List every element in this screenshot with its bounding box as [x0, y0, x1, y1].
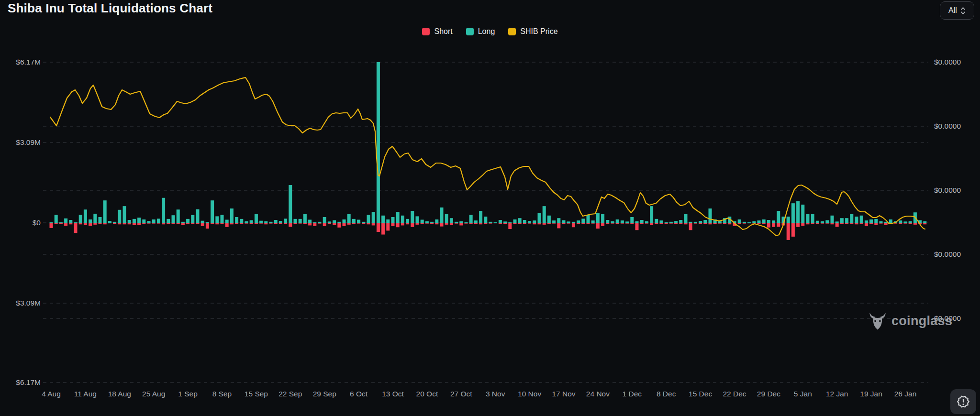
long-bar[interactable] [762, 219, 766, 223]
long-bar[interactable] [391, 217, 395, 223]
short-bar[interactable] [552, 223, 556, 224]
short-bar[interactable] [201, 223, 204, 226]
long-bar[interactable] [235, 217, 238, 223]
long-bar[interactable] [313, 222, 316, 223]
short-bar[interactable] [411, 223, 414, 227]
short-bar[interactable] [318, 223, 322, 224]
short-bar[interactable] [181, 223, 185, 225]
short-bar[interactable] [79, 223, 82, 224]
long-bar[interactable] [874, 219, 878, 223]
short-bar[interactable] [367, 223, 370, 224]
short-bar[interactable] [508, 223, 512, 229]
long-bar[interactable] [840, 218, 844, 223]
short-bar[interactable] [279, 223, 282, 224]
short-bar[interactable] [484, 223, 487, 224]
long-bar[interactable] [650, 206, 653, 223]
long-bar[interactable] [655, 219, 658, 223]
long-bar[interactable] [538, 213, 541, 223]
long-bar[interactable] [528, 221, 531, 223]
long-bar[interactable] [489, 222, 492, 223]
long-bar[interactable] [679, 220, 682, 223]
short-bar[interactable] [381, 223, 385, 235]
long-bar[interactable] [401, 216, 404, 223]
long-bar[interactable] [250, 220, 253, 223]
long-bar[interactable] [479, 211, 482, 223]
long-bar[interactable] [772, 220, 775, 223]
short-bar[interactable] [904, 223, 907, 224]
long-bar[interactable] [55, 215, 58, 223]
short-bar[interactable] [459, 223, 463, 225]
long-bar[interactable] [128, 220, 131, 223]
long-bar[interactable] [689, 222, 692, 223]
short-bar[interactable] [825, 223, 829, 224]
long-bar[interactable] [162, 198, 165, 223]
long-bar[interactable] [69, 220, 72, 223]
short-bar[interactable] [225, 223, 229, 227]
short-bar[interactable] [850, 223, 853, 224]
short-bar[interactable] [884, 223, 888, 225]
short-bar[interactable] [255, 223, 258, 224]
short-bar[interactable] [347, 223, 351, 225]
short-bar[interactable] [74, 223, 78, 233]
chart-settings-button[interactable] [950, 389, 976, 414]
short-bar[interactable] [747, 223, 751, 223]
short-bar[interactable] [191, 223, 194, 224]
short-bar[interactable] [284, 223, 287, 224]
short-bar[interactable] [796, 223, 800, 227]
long-bar[interactable] [386, 219, 390, 223]
long-bar[interactable] [596, 213, 600, 223]
long-bar[interactable] [142, 219, 145, 223]
short-bar[interactable] [880, 223, 883, 224]
short-bar[interactable] [538, 223, 541, 224]
long-bar[interactable] [684, 214, 688, 223]
short-bar[interactable] [186, 223, 189, 224]
long-bar[interactable] [499, 220, 502, 223]
long-bar[interactable] [347, 214, 351, 223]
short-bar[interactable] [811, 223, 814, 224]
long-bar[interactable] [137, 218, 141, 223]
short-bar[interactable] [762, 223, 766, 224]
long-bar[interactable] [581, 219, 585, 223]
short-bar[interactable] [69, 223, 72, 224]
short-bar[interactable] [416, 223, 419, 225]
short-bar[interactable] [123, 223, 126, 224]
long-bar[interactable] [860, 216, 863, 223]
long-bar[interactable] [118, 210, 121, 223]
long-bar[interactable] [801, 205, 804, 223]
short-bar[interactable] [211, 223, 214, 224]
short-bar[interactable] [528, 223, 531, 224]
long-bar[interactable] [152, 219, 156, 223]
liquidations-chart[interactable]: $6.17M$3.09M$0$3.09M$6.17M$0.0000$0.0000… [0, 0, 980, 416]
long-bar[interactable] [660, 220, 663, 223]
long-bar[interactable] [806, 214, 810, 223]
short-bar[interactable] [55, 223, 58, 224]
long-bar[interactable] [523, 220, 526, 223]
long-bar[interactable] [201, 221, 204, 223]
long-bar[interactable] [430, 222, 434, 223]
short-bar[interactable] [308, 223, 312, 225]
short-bar[interactable] [142, 223, 145, 224]
short-bar[interactable] [474, 223, 478, 224]
long-bar[interactable] [899, 220, 902, 223]
short-bar[interactable] [923, 223, 926, 224]
short-bar[interactable] [855, 223, 858, 224]
long-bar[interactable] [625, 221, 629, 223]
long-bar[interactable] [337, 222, 341, 223]
long-bar[interactable] [206, 222, 209, 223]
long-bar[interactable] [269, 222, 273, 223]
short-bar[interactable] [269, 223, 273, 224]
short-bar[interactable] [177, 223, 180, 224]
long-bar[interactable] [299, 219, 302, 223]
long-bar[interactable] [889, 219, 892, 223]
long-bar[interactable] [645, 221, 648, 223]
long-bar[interactable] [89, 219, 92, 223]
short-bar[interactable] [435, 223, 438, 224]
long-bar[interactable] [333, 220, 336, 223]
short-bar[interactable] [635, 223, 639, 230]
long-bar[interactable] [845, 218, 848, 223]
long-bar[interactable] [743, 222, 746, 223]
short-bar[interactable] [816, 223, 819, 224]
short-bar[interactable] [103, 223, 107, 224]
short-bar[interactable] [869, 223, 873, 224]
long-bar[interactable] [855, 217, 858, 223]
